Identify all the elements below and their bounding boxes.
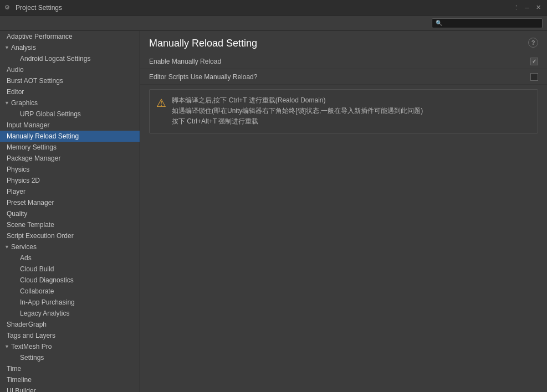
window-title: Project Settings <box>16 4 62 12</box>
content-header: Manually Reload Setting ? <box>140 31 547 54</box>
warning-line: 如遇编译锁住(即在Unity编辑器右下角始终[锁]状态,一般在导入新插件可能遇到… <box>172 106 423 116</box>
sidebar-item-label: Manually Reload Setting <box>7 132 79 140</box>
sidebar-item-script-execution[interactable]: Script Execution Order <box>0 230 140 241</box>
sidebar-item-tags-and-layers[interactable]: Tags and Layers <box>0 330 140 341</box>
sidebar-item-android-logcat[interactable]: Android Logcat Settings <box>0 53 140 64</box>
sidebar-item-label: Physics <box>7 166 29 173</box>
sidebar-item-memory-settings[interactable]: Memory Settings <box>0 142 140 153</box>
sidebar-item-label: TextMesh Pro <box>11 343 52 350</box>
sidebar-item-manually-reload[interactable]: Manually Reload Setting <box>0 131 140 142</box>
sidebar-item-label: Preset Manager <box>7 199 54 207</box>
chevron-icon: ▼ <box>4 100 11 106</box>
chevron-icon: ▼ <box>4 45 11 50</box>
search-icon: 🔍 <box>436 20 442 26</box>
checkbox-enable-manually-reload[interactable] <box>530 58 538 65</box>
sidebar-item-graphics[interactable]: ▼Graphics <box>0 97 140 109</box>
sidebar-item-label: In-App Purchasing <box>20 298 75 306</box>
sidebar-item-label: Scene Template <box>7 221 54 229</box>
sidebar-item-editor[interactable]: Editor <box>0 86 140 97</box>
sidebar: Adaptive Performance▼AnalysisAndroid Log… <box>0 31 140 392</box>
main-layout: Adaptive Performance▼AnalysisAndroid Log… <box>0 31 547 392</box>
sidebar-item-label: Graphics <box>11 99 38 107</box>
help-button[interactable]: ? <box>528 38 538 48</box>
warning-icon: ⚠ <box>156 96 166 110</box>
sidebar-item-textmesh-pro[interactable]: ▼TextMesh Pro <box>0 341 140 352</box>
sidebar-item-label: Cloud Diagnostics <box>20 276 74 284</box>
minimize-button[interactable]: ─ <box>523 3 531 12</box>
sidebar-item-physics[interactable]: Physics <box>0 164 140 175</box>
sidebar-item-label: Cloud Build <box>20 265 54 273</box>
sidebar-item-burst-aot[interactable]: Burst AOT Settings <box>0 75 140 86</box>
sidebar-item-label: Android Logcat Settings <box>20 55 90 63</box>
sidebar-item-cloud-build[interactable]: Cloud Build <box>0 264 140 275</box>
sidebar-item-quality[interactable]: Quality <box>0 208 140 219</box>
title-bar: ⚙ Project Settings ⋮ ─ ✕ <box>0 0 547 16</box>
chevron-icon: ▼ <box>4 244 11 250</box>
sidebar-item-in-app-purchasing[interactable]: In-App Purchasing <box>0 297 140 308</box>
sidebar-item-label: Player <box>7 188 25 195</box>
sidebar-item-label: Adaptive Performance <box>7 33 73 40</box>
sidebar-item-legacy-analytics[interactable]: Legacy Analytics <box>0 308 140 319</box>
warning-line: 脚本编译之后,按下 Ctrl+T 进行重载(Realod Domain) <box>172 95 423 106</box>
sidebar-item-services[interactable]: ▼Services <box>0 241 140 252</box>
sidebar-item-label: Package Manager <box>7 154 60 162</box>
setting-row-enable-manually-reload: Enable Manually Reload <box>140 54 547 69</box>
title-bar-controls: ⋮ ─ ✕ <box>512 3 543 12</box>
window-icon: ⚙ <box>4 4 12 12</box>
sidebar-item-label: Editor <box>7 88 24 96</box>
sidebar-item-urp-global[interactable]: URP Global Settings <box>0 109 140 120</box>
sidebar-item-scene-template[interactable]: Scene Template <box>0 219 140 230</box>
sidebar-item-label: Time <box>7 365 21 373</box>
sidebar-item-label: Physics 2D <box>7 177 40 184</box>
search-input[interactable] <box>444 20 539 27</box>
search-bar: 🔍 <box>0 16 547 31</box>
sidebar-item-label: Burst AOT Settings <box>7 77 63 85</box>
close-button[interactable]: ✕ <box>534 3 543 12</box>
search-wrapper: 🔍 <box>432 18 543 28</box>
sidebar-item-shader-graph[interactable]: ShaderGraph <box>0 319 140 330</box>
chevron-icon: ▼ <box>4 344 11 349</box>
sidebar-item-analysis[interactable]: ▼Analysis <box>0 42 140 53</box>
sidebar-item-collaborate[interactable]: Collaborate <box>0 286 140 297</box>
sidebar-item-player[interactable]: Player <box>0 186 140 197</box>
sidebar-item-label: Script Execution Order <box>7 232 74 240</box>
sidebar-item-audio[interactable]: Audio <box>0 64 140 75</box>
sidebar-item-label: URP Global Settings <box>20 110 81 118</box>
setting-row-editor-scripts-use: Editor Scripts Use Manually Reload? <box>140 69 547 85</box>
sidebar-item-label: Legacy Analytics <box>20 310 69 317</box>
sidebar-item-physics-2d[interactable]: Physics 2D <box>0 175 140 186</box>
content-title: Manually Reload Setting <box>149 38 257 49</box>
sidebar-item-timeline[interactable]: Timeline <box>0 374 140 385</box>
sidebar-item-label: Analysis <box>11 44 36 51</box>
sidebar-item-time[interactable]: Time <box>0 363 140 374</box>
content-area: Manually Reload Setting ? Enable Manuall… <box>140 31 547 392</box>
sidebar-item-label: ShaderGraph <box>7 321 47 328</box>
sidebar-item-label: Services <box>11 243 37 251</box>
sidebar-item-label: Audio <box>7 66 24 74</box>
sidebar-item-input-manager[interactable]: Input Manager <box>0 120 140 131</box>
sidebar-item-label: Quality <box>7 210 27 218</box>
sidebar-item-label: Memory Settings <box>7 143 57 151</box>
sidebar-item-label: Ads <box>20 254 32 262</box>
sidebar-item-label: Collaborate <box>20 287 54 295</box>
warning-box: ⚠ 脚本编译之后,按下 Ctrl+T 进行重载(Realod Domain)如遇… <box>149 89 538 133</box>
sidebar-item-label: UI Builder <box>7 387 36 392</box>
sidebar-item-adaptive-performance[interactable]: Adaptive Performance <box>0 31 140 42</box>
setting-label-enable-manually-reload: Enable Manually Reload <box>149 58 221 65</box>
warning-line: 按下 Ctrl+Alt+T 强制进行重载 <box>172 116 423 127</box>
warning-text: 脚本编译之后,按下 Ctrl+T 进行重载(Realod Domain)如遇编译… <box>172 95 423 127</box>
checkbox-editor-scripts-use[interactable] <box>530 73 538 81</box>
setting-label-editor-scripts-use: Editor Scripts Use Manually Reload? <box>149 73 257 81</box>
menu-button[interactable]: ⋮ <box>512 3 520 12</box>
sidebar-item-label: Timeline <box>7 376 32 384</box>
sidebar-item-ads[interactable]: Ads <box>0 252 140 264</box>
sidebar-item-ui-builder[interactable]: UI Builder <box>0 385 140 392</box>
sidebar-item-package-manager[interactable]: Package Manager <box>0 153 140 164</box>
sidebar-item-label: Input Manager <box>7 121 49 129</box>
sidebar-item-label: Tags and Layers <box>7 332 55 339</box>
sidebar-item-label: Settings <box>20 354 44 362</box>
sidebar-item-preset-manager[interactable]: Preset Manager <box>0 197 140 208</box>
sidebar-item-textmesh-settings[interactable]: Settings <box>0 352 140 363</box>
title-bar-left: ⚙ Project Settings <box>4 4 62 12</box>
sidebar-item-cloud-diagnostics[interactable]: Cloud Diagnostics <box>0 275 140 286</box>
